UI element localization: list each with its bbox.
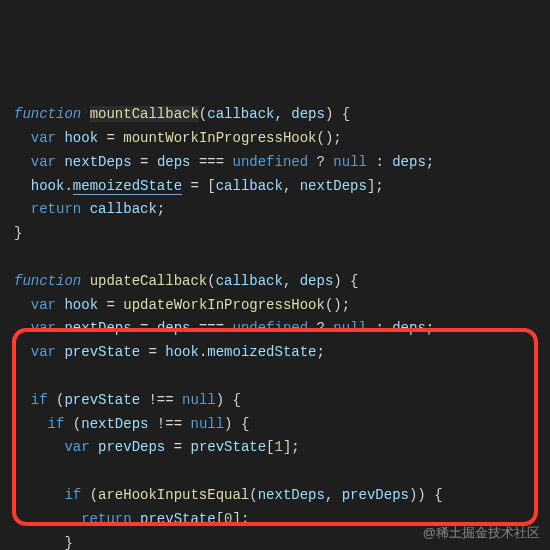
watermark: @稀土掘金技术社区 (423, 522, 540, 544)
keyword-function: function (14, 106, 81, 122)
fn-mountCallback: mountCallback (90, 106, 199, 122)
code-block: function mountCallback(callback, deps) {… (14, 103, 536, 550)
keyword-function: function (14, 273, 81, 289)
fn-updateCallback: updateCallback (90, 273, 208, 289)
prop-memoizedState: memoizedState (73, 178, 182, 195)
